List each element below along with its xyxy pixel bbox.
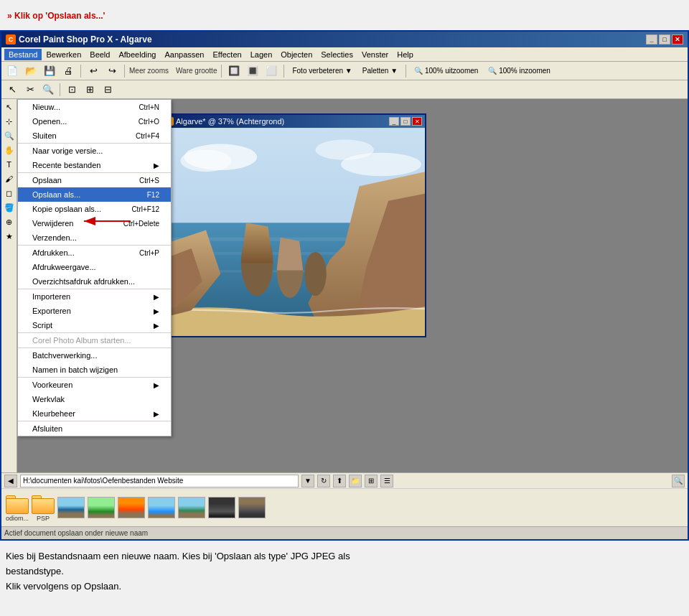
thumb-item-6[interactable]	[208, 497, 235, 518]
thumb-item-1[interactable]	[57, 497, 85, 518]
menu-batchverwerking[interactable]: Batchverwerking...	[18, 348, 171, 363]
search-btn[interactable]: 🔍	[672, 475, 685, 487]
nav-up-btn[interactable]: ⬆	[333, 475, 346, 487]
tooltip-area: » Klik op 'Opslaan als...'	[0, 0, 689, 30]
undo-btn[interactable]: ↩	[85, 64, 101, 78]
tool-clone[interactable]: ⊕	[3, 215, 16, 228]
minimize-button[interactable]: _	[646, 34, 657, 45]
menu-afdrukweergave[interactable]: Afdrukweergave...	[18, 260, 171, 274]
menu-opslaan[interactable]: Opslaan Ctrl+S	[18, 173, 171, 187]
nav-left-btn[interactable]: ◀	[4, 475, 17, 487]
thumb-img-5	[178, 497, 205, 518]
tool-select[interactable]: ↖	[3, 101, 16, 113]
tool1[interactable]: ↖	[4, 83, 20, 97]
toolbar-sep-3	[221, 65, 222, 78]
menu-item-venster[interactable]: Venster	[357, 49, 393, 60]
thumb-item-7[interactable]	[238, 497, 266, 518]
open-btn[interactable]: 📂	[23, 64, 39, 78]
tool-crop[interactable]: ⊹	[3, 115, 16, 128]
menu-kleurbeheer[interactable]: Kleurbeheer ▶	[18, 406, 171, 421]
menu-section-3: Opslaan Ctrl+S Opslaan als... F12 Kopie …	[18, 173, 171, 246]
menu-afdrukken[interactable]: Afdrukken... Ctrl+P	[18, 246, 171, 260]
menu-item-bestand[interactable]: Bestand	[4, 49, 42, 60]
tool3[interactable]: 🔍	[40, 83, 56, 97]
menu-nieuw[interactable]: Nieuw... Ctrl+N	[18, 100, 171, 114]
menu-recente-bestanden[interactable]: Recente bestanden ▶	[18, 158, 171, 172]
menu-overzicht[interactable]: Overzichtsafdruk afdrukken...	[18, 274, 171, 289]
image-maximize-btn[interactable]: □	[400, 117, 411, 126]
menu-item-afbeelding[interactable]: Afbeelding	[114, 49, 160, 60]
tool-text[interactable]: T	[3, 158, 16, 171]
zoom-out-btn[interactable]: 🔍 100% uitzoomen	[411, 64, 482, 78]
print-btn[interactable]: 🖨	[60, 64, 76, 78]
menu-item-help[interactable]: Help	[393, 49, 418, 60]
menu-item-selecties[interactable]: Selecties	[317, 49, 357, 60]
image-minimize-btn[interactable]: _	[389, 117, 399, 126]
redo-btn[interactable]: ↪	[104, 64, 120, 78]
image-title: Algarve* @ 37% (Achtergrond)	[176, 117, 284, 126]
tool-brush[interactable]: 🖌	[3, 172, 16, 185]
zoom-tools-btn[interactable]: 🔲	[226, 64, 242, 78]
thumb-item-3[interactable]	[118, 497, 145, 518]
tool-pan[interactable]: ✋	[3, 144, 16, 157]
zoom-tools-btn2[interactable]: 🔳	[245, 64, 261, 78]
toolbar-sep-4	[283, 65, 284, 78]
zoom-tools-btn3[interactable]: ⬜	[263, 64, 279, 78]
menu-voorkeuren[interactable]: Voorkeuren ▶	[18, 378, 171, 392]
menu-item-effecten[interactable]: Effecten	[208, 49, 245, 60]
thumb-item-5[interactable]	[178, 497, 205, 518]
menu-openen[interactable]: Openen... Ctrl+O	[18, 114, 171, 129]
resize-btn3[interactable]: ⊟	[100, 83, 116, 97]
menu-importeren[interactable]: Importeren ▶	[18, 289, 171, 304]
nav-dropdown-btn[interactable]: ▼	[301, 475, 314, 487]
resize-btn1[interactable]: ⊡	[64, 83, 80, 97]
thumb-img-4	[148, 497, 175, 518]
nav-view-btn2[interactable]: ☰	[380, 475, 393, 487]
nav-folder-btn[interactable]: 📁	[349, 475, 362, 487]
thumb-img-1	[57, 497, 85, 518]
zoom-label-1: Meer zooms	[129, 67, 169, 75]
menu-script[interactable]: Script ▶	[18, 318, 171, 332]
tool-eraser[interactable]: ◻	[3, 187, 16, 200]
bottom-panel: ◀ H:\documenten kai\fotos\Oefenbestanden…	[1, 472, 688, 526]
close-button[interactable]: ✕	[672, 34, 683, 45]
image-close-btn[interactable]: ✕	[412, 117, 422, 126]
foto-verbeteren-btn[interactable]: Foto verbeteren ▼	[289, 64, 355, 78]
menu-item-lagen[interactable]: Lagen	[246, 49, 277, 60]
title-bar-buttons: _ □ ✕	[646, 34, 683, 45]
menu-verwijderen[interactable]: Verwijderen Ctrl+Delete	[18, 216, 171, 230]
menu-item-aanpassen[interactable]: Aanpassen	[160, 49, 208, 60]
maximize-button[interactable]: □	[659, 34, 670, 45]
thumb-item-2[interactable]	[88, 497, 115, 518]
thumb-item-folder2[interactable]: PSP	[32, 494, 55, 522]
tool-fill[interactable]: 🪣	[3, 201, 16, 214]
thumb-item-folder1[interactable]: odiom...	[6, 494, 29, 522]
menu-namen-batch[interactable]: Namen in batch wijzigen	[18, 363, 171, 377]
image-title-left: Algarve* @ 37% (Achtergrond)	[165, 117, 284, 126]
menu-item-bewerken[interactable]: Bewerken	[42, 49, 85, 60]
toolbar-sep-1	[80, 65, 81, 78]
menu-item-objecten[interactable]: Objecten	[276, 49, 317, 60]
menu-verzenden[interactable]: Verzenden...	[18, 230, 171, 245]
menu-werkvlak[interactable]: Werkvlak	[18, 392, 171, 406]
folder-icon-2	[32, 494, 55, 514]
menu-kopie-opslaan[interactable]: Kopie opslaan als... Ctrl+F12	[18, 202, 171, 216]
menu-opslaan-als[interactable]: Opslaan als... F12	[18, 187, 171, 202]
menu-sluiten[interactable]: Sluiten Ctrl+F4	[18, 129, 171, 143]
menu-item-beeld[interactable]: Beeld	[85, 49, 114, 60]
new-btn[interactable]: 📄	[4, 64, 20, 78]
menu-naar-vorige[interactable]: Naar vorige versie...	[18, 144, 171, 158]
paletten-btn[interactable]: Paletten ▼	[359, 64, 401, 78]
menu-exporteren[interactable]: Exporteren ▶	[18, 304, 171, 318]
thumbnail-strip: odiom... PSP	[1, 489, 688, 526]
resize-btn2[interactable]: ⊞	[82, 83, 98, 97]
zoom-in-btn[interactable]: 🔍 100% inzoomen	[484, 64, 554, 78]
tool-smart[interactable]: ★	[3, 230, 16, 243]
nav-view-btn1[interactable]: ⊞	[365, 475, 378, 487]
thumb-item-4[interactable]	[148, 497, 175, 518]
save-btn[interactable]: 💾	[42, 64, 57, 78]
tool2[interactable]: ✂	[22, 83, 38, 97]
nav-refresh-btn[interactable]: ↻	[317, 475, 330, 487]
menu-afsluiten[interactable]: Afsluiten	[18, 421, 171, 436]
tool-zoom[interactable]: 🔍	[3, 129, 16, 142]
